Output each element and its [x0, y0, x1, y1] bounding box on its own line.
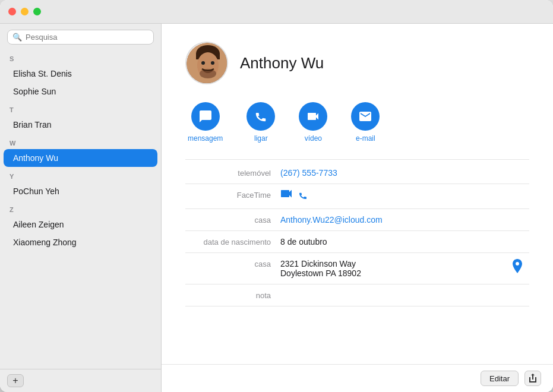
video-action-button[interactable]: vídeo	[299, 102, 327, 143]
avatar	[185, 42, 228, 84]
svg-point-4	[201, 61, 205, 65]
contact-item[interactable]: Elisha St. Denis	[4, 65, 157, 83]
main-content: 🔍 S Elisha St. Denis Sophie Sun T Brian …	[0, 24, 553, 392]
action-buttons: mensagem ligar	[185, 102, 529, 143]
sidebar: 🔍 S Elisha St. Denis Sophie Sun T Brian …	[0, 24, 162, 392]
close-button[interactable]	[8, 8, 16, 15]
address-value: 2321 Dickinson WayDoylestown PA 18902	[280, 259, 529, 278]
phone-label: telemóvel	[185, 168, 280, 178]
contact-item[interactable]: Aileen Zeigen	[4, 216, 157, 233]
app-window: 🔍 S Elisha St. Denis Sophie Sun T Brian …	[0, 0, 553, 392]
video-label: vídeo	[305, 134, 322, 143]
contact-item[interactable]: Sophie Sun	[4, 83, 157, 100]
section-header-s: S	[0, 49, 161, 65]
address-row: casa 2321 Dickinson WayDoylestown PA 189…	[185, 253, 529, 284]
map-pin-icon[interactable]	[511, 259, 523, 276]
contact-item[interactable]: Brian Tran	[4, 116, 157, 134]
search-input-wrap[interactable]: 🔍	[7, 30, 154, 45]
birthday-label: data de nascimento	[185, 237, 280, 246]
detail-content: Anthony Wu mensagem	[162, 24, 553, 364]
contact-list: S Elisha St. Denis Sophie Sun T Brian Tr…	[0, 49, 161, 369]
facetime-phone-icon[interactable]	[298, 191, 308, 203]
address-label: casa	[185, 259, 280, 268]
email-value[interactable]: Anthony.Wu22@icloud.com	[280, 215, 529, 225]
call-icon	[247, 102, 275, 131]
facetime-label: FaceTime	[185, 190, 280, 200]
call-action-button[interactable]: ligar	[247, 102, 275, 143]
add-contact-button[interactable]: +	[7, 374, 24, 387]
contact-item-anthony-wu[interactable]: Anthony Wu	[4, 149, 157, 167]
contact-item[interactable]: PoChun Yeh	[4, 182, 157, 200]
minimize-button[interactable]	[21, 8, 29, 15]
email-label: e-mail	[356, 134, 375, 143]
search-bar: 🔍	[0, 24, 161, 49]
section-header-y: Y	[0, 167, 161, 182]
phone-row: telemóvel (267) 555-7733	[185, 162, 529, 184]
message-action-button[interactable]: mensagem	[188, 102, 223, 143]
video-icon	[299, 102, 327, 131]
edit-button[interactable]: Editar	[481, 371, 519, 386]
birthday-row: data de nascimento 8 de outubro	[185, 231, 529, 253]
facetime-icons	[280, 190, 529, 203]
contact-header: Anthony Wu	[185, 42, 529, 84]
message-label: mensagem	[188, 134, 223, 143]
svg-point-5	[211, 61, 214, 65]
titlebar	[0, 0, 553, 24]
detail-panel: Anthony Wu mensagem	[162, 24, 553, 392]
sidebar-footer: +	[0, 369, 161, 392]
email-icon	[351, 102, 380, 131]
section-header-t: T	[0, 100, 161, 116]
contact-item[interactable]: Xiaomeng Zhong	[4, 233, 157, 251]
birthday-value: 8 de outubro	[280, 237, 529, 246]
info-section: telemóvel (267) 555-7733 FaceTime	[185, 159, 529, 306]
phone-value[interactable]: (267) 555-7733	[280, 168, 529, 178]
section-header-w: W	[0, 134, 161, 149]
message-icon	[191, 102, 220, 131]
search-icon: 🔍	[12, 33, 22, 42]
avatar-image	[187, 43, 228, 84]
facetime-value	[280, 190, 529, 203]
note-label: nota	[185, 290, 280, 300]
section-header-z: Z	[0, 200, 161, 216]
facetime-video-icon[interactable]	[280, 190, 293, 203]
contact-name: Anthony Wu	[240, 54, 324, 72]
facetime-row: FaceTime	[185, 184, 529, 209]
detail-footer: Editar	[162, 364, 553, 392]
call-label: ligar	[254, 134, 268, 143]
email-action-button[interactable]: e-mail	[351, 102, 380, 143]
note-row: nota	[185, 284, 529, 306]
email-field-label: casa	[185, 215, 280, 225]
email-row: casa Anthony.Wu22@icloud.com	[185, 209, 529, 231]
maximize-button[interactable]	[33, 8, 41, 15]
search-input[interactable]	[26, 33, 148, 42]
share-button[interactable]	[524, 371, 541, 386]
